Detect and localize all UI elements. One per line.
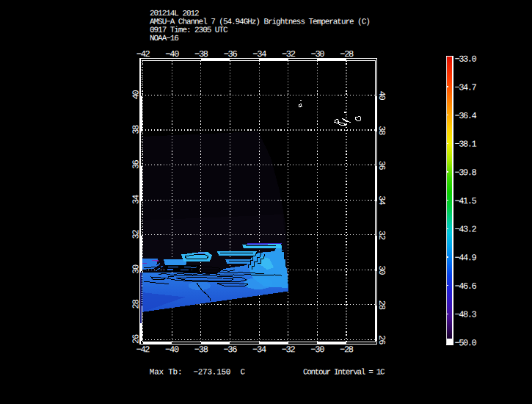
svg-text:−34.7: −34.7 [455,82,477,93]
svg-text:38: 38 [131,125,142,134]
svg-text:−32: −32 [282,49,296,59]
svg-text:28: 28 [376,300,387,310]
svg-text:−28: −28 [340,49,354,59]
svg-text:−34: −34 [252,345,266,355]
svg-text:32: 32 [376,231,387,240]
svg-text:−34: −34 [252,49,266,59]
svg-text:−36.4: −36.4 [455,111,477,121]
svg-text:−28: −28 [340,345,354,355]
svg-text:−38.1: −38.1 [455,140,477,150]
svg-text:−42: −42 [136,345,150,355]
svg-text:−50.0: −50.0 [454,338,476,348]
svg-text:−38: −38 [194,49,208,59]
svg-text:34: 34 [131,195,141,204]
svg-text:−273.150: −273.150 [193,367,230,376]
svg-text:30: 30 [131,264,141,274]
svg-text:−44.9: −44.9 [454,253,476,263]
svg-text:−41.5: −41.5 [454,196,476,206]
svg-text:32: 32 [131,230,141,239]
svg-text:−30: −30 [311,49,325,59]
svg-text:AMSU−A Channel 7 (54.94GHz) Br: AMSU−A Channel 7 (54.94GHz) Brightness T… [150,17,370,26]
svg-text:36: 36 [131,159,142,169]
svg-text:201214L 2012: 201214L 2012 [150,9,199,18]
svg-text:−40: −40 [165,345,179,355]
svg-text:−36: −36 [223,345,237,355]
svg-text:−48.3: −48.3 [454,310,476,320]
svg-text:36: 36 [376,161,387,170]
svg-text:28: 28 [131,300,141,309]
svg-text:26: 26 [131,334,141,344]
svg-text:26: 26 [376,335,387,345]
svg-text:34: 34 [376,195,387,205]
svg-text:0917 Time: 2305 UTC: 0917 Time: 2305 UTC [150,26,228,35]
svg-text:30: 30 [376,265,387,275]
svg-text:−36: −36 [224,49,238,59]
svg-text:−46.6: −46.6 [454,281,476,292]
svg-text:Max Tb:: Max Tb: [150,367,182,376]
svg-text:−38: −38 [194,345,208,355]
svg-text:−32: −32 [282,345,296,355]
svg-text:40: 40 [376,91,387,101]
svg-text:40: 40 [131,90,142,99]
svg-text:−40: −40 [165,49,179,59]
svg-text:38: 38 [376,126,387,135]
svg-text:C: C [240,368,245,377]
svg-text:−43.2: −43.2 [454,225,476,235]
svg-text:−30: −30 [310,345,324,355]
svg-text:−42: −42 [136,49,150,59]
svg-text:NOAA−16: NOAA−16 [150,34,178,43]
svg-text:Contour Interval = 1C: Contour Interval = 1C [303,367,385,376]
svg-text:−33.0: −33.0 [455,54,477,65]
svg-text:−39.8: −39.8 [455,167,477,178]
